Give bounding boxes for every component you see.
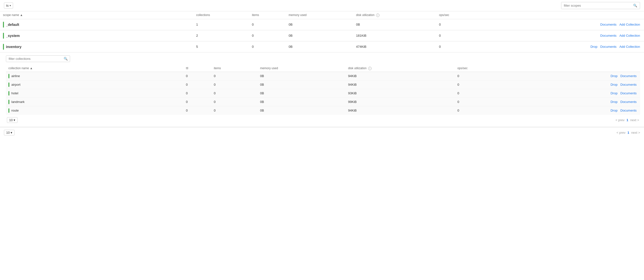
bucket-selector[interactable]: ts ▾ bbox=[4, 2, 13, 9]
collection-items: 0 bbox=[212, 106, 258, 115]
collection-drop-btn[interactable]: Drop bbox=[610, 109, 618, 112]
collection-drop-btn[interactable]: Drop bbox=[610, 83, 618, 86]
col-collection-name: collection name ▲ bbox=[6, 65, 184, 72]
collection-ops: 0 bbox=[455, 72, 513, 80]
scopes-table: scope name ▲ collections items memory us… bbox=[0, 11, 644, 127]
scope-collections-expand-row: 🔍 collection name ▲ ttl items memory use… bbox=[0, 52, 644, 127]
bottom-page-size-arrow: ▾ bbox=[10, 131, 12, 135]
collection-header-row: collection name ▲ ttl items memory used … bbox=[6, 65, 640, 72]
collection-row: airport 0 0 0B 94KiB 0 Drop Documents bbox=[6, 80, 640, 89]
collections-inner: 🔍 collection name ▲ ttl items memory use… bbox=[0, 52, 644, 127]
bucket-arrow-icon: ▾ bbox=[10, 4, 11, 7]
collection-documents-btn[interactable]: Documents bbox=[619, 100, 638, 104]
collection-row: route 0 0 0B 94KiB 0 Drop Documents bbox=[6, 106, 640, 115]
collection-actions-cell: Drop Documents bbox=[513, 80, 640, 89]
bottom-pagination: < prev 1 next > bbox=[616, 131, 640, 135]
scope-ops: 0 bbox=[436, 19, 482, 30]
collection-green-bar bbox=[8, 91, 10, 96]
collection-disk-util: 93KiB bbox=[346, 89, 455, 98]
scope-name-text: _system bbox=[6, 34, 20, 38]
bottom-page-size-select[interactable]: 10 ▾ bbox=[4, 130, 14, 136]
scope-items: 0 bbox=[249, 41, 286, 52]
scope-row: _system 2 0 0B 181KiB 0 Documents Add Co… bbox=[0, 30, 644, 41]
scope-disk-util: 181KiB bbox=[353, 30, 436, 41]
col-memory-used: memory used bbox=[258, 65, 346, 72]
collection-name-text: route bbox=[11, 109, 19, 112]
scope-memory-used: 0B bbox=[286, 30, 353, 41]
filter-collections-wrap: 🔍 bbox=[6, 55, 70, 62]
collection-ops: 0 bbox=[455, 80, 513, 89]
filter-collections-search-icon[interactable]: 🔍 bbox=[62, 56, 70, 62]
collection-drop-btn[interactable]: Drop bbox=[610, 91, 618, 95]
bottom-current-page: 1 bbox=[628, 131, 629, 135]
inner-page-size-select[interactable]: 10 ▾ bbox=[7, 117, 18, 123]
scope-green-bar bbox=[3, 44, 4, 50]
scope-add-collection-btn[interactable]: Add Collection bbox=[618, 23, 641, 26]
scope-name-cell: inventory bbox=[0, 41, 193, 52]
inner-next-link[interactable]: next > bbox=[630, 118, 639, 122]
collection-items: 0 bbox=[212, 80, 258, 89]
scope-items: 0 bbox=[249, 30, 286, 41]
scope-row: _default 1 0 0B 0B 0 Documents Add Colle… bbox=[0, 19, 644, 30]
collection-ttl: 0 bbox=[184, 106, 212, 115]
scope-actions-cell: Documents Add Collection bbox=[482, 30, 644, 41]
collection-disk-util: 94KiB bbox=[346, 72, 455, 80]
collection-ttl: 0 bbox=[184, 89, 212, 98]
scope-disk-util: 0B bbox=[353, 19, 436, 30]
inner-current-page: 1 bbox=[626, 118, 628, 122]
collection-drop-btn[interactable]: Drop bbox=[610, 100, 618, 104]
scope-name-text: inventory bbox=[6, 45, 22, 49]
col-coll-actions bbox=[513, 65, 640, 72]
collection-memory-used: 0B bbox=[258, 89, 346, 98]
collections-expand-cell: 🔍 collection name ▲ ttl items memory use… bbox=[0, 52, 644, 127]
col-ttl: ttl bbox=[184, 65, 212, 72]
collection-documents-btn[interactable]: Documents bbox=[619, 91, 638, 95]
scope-name-cell: _system bbox=[0, 30, 193, 41]
collection-items: 0 bbox=[212, 98, 258, 106]
collection-row: landmark 0 0 0B 99KiB 0 Drop Documents bbox=[6, 98, 640, 106]
collection-memory-used: 0B bbox=[258, 106, 346, 115]
scope-documents-btn[interactable]: Documents bbox=[599, 34, 618, 37]
collection-ttl: 0 bbox=[184, 80, 212, 89]
bottom-next-link[interactable]: next > bbox=[631, 131, 640, 135]
collection-actions-cell: Drop Documents bbox=[513, 98, 640, 106]
collection-green-bar bbox=[8, 108, 10, 113]
collection-documents-btn[interactable]: Documents bbox=[619, 109, 638, 112]
collection-disk-util: 94KiB bbox=[346, 106, 455, 115]
collection-row: hotel 0 0 0B 93KiB 0 Drop Documents bbox=[6, 89, 640, 98]
scope-documents-btn[interactable]: Documents bbox=[599, 23, 618, 26]
scope-add-collection-btn[interactable]: Add Collection bbox=[618, 45, 641, 48]
collection-row: airline 0 0 0B 94KiB 0 Drop Documents bbox=[6, 72, 640, 80]
inner-page-size-label: 10 bbox=[9, 118, 12, 122]
inner-prev-link[interactable]: < prev bbox=[616, 118, 624, 122]
col-items: items bbox=[212, 65, 258, 72]
collection-documents-btn[interactable]: Documents bbox=[619, 74, 638, 78]
top-bar: ts ▾ 🔍 bbox=[0, 0, 644, 11]
filter-scopes-input[interactable] bbox=[561, 2, 631, 9]
bottom-page-size-label: 10 bbox=[6, 131, 10, 135]
inner-disk-util-info-icon: i bbox=[368, 67, 372, 70]
col-items: items bbox=[249, 11, 286, 19]
collection-documents-btn[interactable]: Documents bbox=[619, 83, 638, 86]
scope-memory-used: 0B bbox=[286, 19, 353, 30]
collection-green-bar bbox=[8, 74, 10, 78]
scope-ops: 0 bbox=[436, 30, 482, 41]
bottom-prev-link[interactable]: < prev bbox=[616, 131, 626, 135]
scope-drop-btn[interactable]: Drop bbox=[590, 45, 598, 48]
collection-name-text: landmark bbox=[11, 100, 24, 104]
scope-add-collection-btn[interactable]: Add Collection bbox=[618, 34, 641, 37]
collection-items: 0 bbox=[212, 72, 258, 80]
collection-name-text: hotel bbox=[11, 91, 18, 95]
col-scope-name: scope name ▲ bbox=[0, 11, 193, 19]
col-disk-util: disk utilization i bbox=[353, 11, 436, 19]
collection-drop-btn[interactable]: Drop bbox=[610, 74, 618, 78]
scope-ops: 0 bbox=[436, 41, 482, 52]
scope-collections: 1 bbox=[193, 19, 249, 30]
scope-collections: 2 bbox=[193, 30, 249, 41]
disk-util-info-icon: i bbox=[376, 13, 380, 17]
collection-green-bar bbox=[8, 100, 10, 104]
scope-documents-btn[interactable]: Documents bbox=[599, 45, 618, 48]
filter-scopes-search-icon[interactable]: 🔍 bbox=[631, 2, 640, 9]
scope-name-cell: _default bbox=[0, 19, 193, 30]
filter-collections-input[interactable] bbox=[6, 56, 62, 62]
